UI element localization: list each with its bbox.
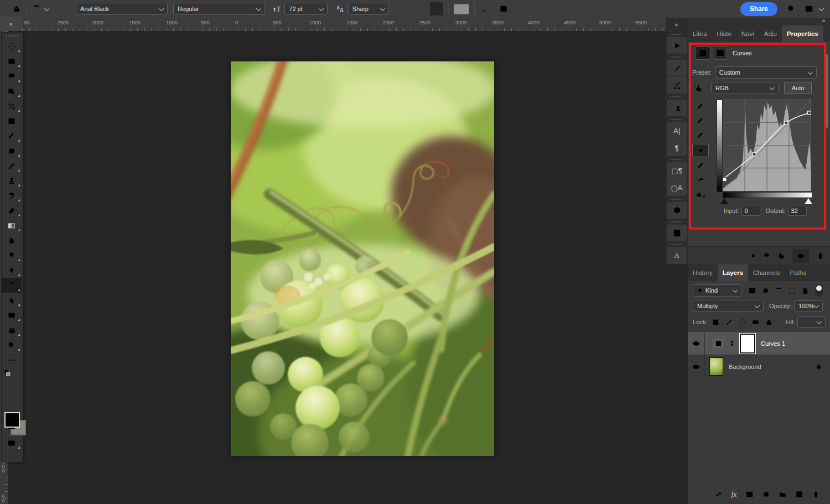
black-point-eyedropper[interactable]: [693, 101, 708, 113]
font-family-select[interactable]: Arial Black: [76, 3, 168, 15]
lock-transparency-icon[interactable]: [712, 318, 720, 326]
lock-artboard-icon[interactable]: [751, 318, 760, 326]
text-color-swatch[interactable]: [454, 4, 469, 14]
fill-field[interactable]: [797, 316, 826, 328]
dock-grip[interactable]: [670, 95, 683, 98]
tab-layers[interactable]: Layers: [718, 264, 748, 281]
horizontal-ruler[interactable]: 0025002000150010005000500100015002000250…: [22, 18, 666, 32]
toggle-visibility-button[interactable]: [792, 249, 810, 263]
auto-button[interactable]: Auto: [784, 82, 812, 94]
dock-grip[interactable]: [670, 118, 683, 121]
reset-adjustment-button[interactable]: [777, 252, 786, 260]
clone-stamp-tool[interactable]: [2, 173, 22, 188]
pen-tool[interactable]: [2, 263, 22, 278]
dock-grip[interactable]: [670, 198, 683, 201]
white-input-slider[interactable]: [805, 198, 812, 204]
delete-adjustment-button[interactable]: [816, 252, 824, 260]
layer-mask-thumbnail[interactable]: [740, 334, 755, 354]
brush-tool[interactable]: [2, 158, 22, 173]
gray-point-eyedropper[interactable]: [693, 115, 708, 127]
curves-graph[interactable]: [723, 100, 811, 191]
curve-point[interactable]: [785, 121, 788, 124]
eyedropper-tool[interactable]: [2, 128, 22, 143]
hand-tool[interactable]: [2, 323, 22, 337]
patterns-panel[interactable]: [667, 225, 687, 241]
search-icon[interactable]: [786, 4, 796, 14]
font-size-select[interactable]: 72 pt: [284, 3, 328, 15]
dock-grip[interactable]: [670, 243, 683, 246]
collapse-panels-button[interactable]: »: [822, 18, 826, 24]
object-selection-tool[interactable]: [2, 84, 22, 98]
filter-type-icon[interactable]: [775, 287, 783, 295]
expand-panels-button[interactable]: «: [666, 18, 688, 31]
default-and-swap-colors[interactable]: [2, 367, 23, 378]
align-center-button[interactable]: [417, 2, 430, 15]
canvas-workspace[interactable]: 5 0 0 05 5 0 06 0: [0, 31, 666, 504]
move-tool[interactable]: [2, 39, 22, 54]
view-previous-state-button[interactable]: [762, 252, 771, 260]
curve-point[interactable]: [753, 153, 756, 156]
histogram-warning[interactable]: [693, 188, 708, 200]
paragraph-panel[interactable]: ¶: [667, 139, 687, 156]
curve-point-selected[interactable]: [723, 178, 727, 181]
white-point-eyedropper[interactable]: [693, 129, 708, 142]
brushes-panel[interactable]: [667, 77, 687, 93]
text-orientation-button[interactable]: [59, 4, 68, 13]
clone-source-panel[interactable]: [667, 100, 687, 116]
paragraph-styles-panel[interactable]: ▢¶: [667, 162, 687, 179]
filter-adjustment-icon[interactable]: [761, 287, 770, 295]
dock-grip[interactable]: [670, 33, 683, 36]
dock-grip[interactable]: [670, 55, 683, 59]
layer-filter-select[interactable]: Kind: [693, 284, 741, 297]
targeted-adjustment-icon[interactable]: [693, 83, 703, 93]
layer-style-button[interactable]: fx: [731, 490, 736, 499]
history-brush-tool[interactable]: [2, 188, 22, 203]
screen-mode-button[interactable]: [2, 435, 22, 450]
canvas-photo[interactable]: [231, 61, 494, 456]
workspace-icon[interactable]: [804, 4, 814, 14]
home-icon[interactable]: [12, 4, 21, 13]
clip-to-layer-button[interactable]: [748, 252, 756, 260]
path-selection-tool[interactable]: [2, 293, 22, 308]
toggle-panels-button[interactable]: [499, 4, 508, 13]
font-style-select[interactable]: Regular: [173, 3, 265, 15]
anti-alias-select[interactable]: Sharp: [348, 3, 389, 15]
type-tool[interactable]: [2, 278, 22, 293]
mask-link-icon[interactable]: [728, 340, 735, 347]
glyphs-panel[interactable]: A: [667, 247, 687, 264]
tab-histo[interactable]: Histo: [712, 25, 736, 42]
lasso-tool[interactable]: [2, 69, 22, 84]
tab-properties[interactable]: Properties: [782, 25, 823, 42]
zoom-tool[interactable]: [2, 337, 22, 352]
actions-panel[interactable]: [667, 37, 687, 54]
brush-settings-panel[interactable]: [667, 60, 687, 76]
warp-text-button[interactable]: [480, 4, 489, 13]
output-value-field[interactable]: 32: [788, 206, 807, 216]
add-adjustment-button[interactable]: [762, 490, 770, 498]
layer-name[interactable]: Background: [729, 363, 761, 370]
align-left-button[interactable]: [403, 2, 417, 15]
panel-scrollbar[interactable]: [824, 54, 828, 128]
dock-grip[interactable]: [670, 158, 683, 161]
dock-grip[interactable]: [670, 220, 683, 224]
filter-smart-object-icon[interactable]: [801, 287, 810, 295]
preset-select[interactable]: Custom: [715, 66, 817, 79]
channel-select[interactable]: RGB: [711, 82, 779, 94]
tab-libra[interactable]: Libra: [688, 25, 712, 42]
chevron-down-icon[interactable]: [819, 6, 824, 11]
foreground-color-swatch[interactable]: [4, 412, 20, 428]
blur-tool[interactable]: [2, 233, 22, 248]
layer-row-curves[interactable]: Curves 1: [688, 332, 830, 355]
tab-adju[interactable]: Adju: [759, 25, 782, 42]
filter-toggle-switch[interactable]: [815, 284, 823, 297]
delete-layer-button[interactable]: [812, 490, 820, 498]
input-value-field[interactable]: 0: [741, 206, 760, 216]
layer-visibility-toggle[interactable]: [688, 355, 705, 378]
add-mask-button[interactable]: [745, 490, 754, 498]
more-tools[interactable]: [2, 352, 22, 367]
opacity-field[interactable]: 100%: [794, 300, 823, 311]
draw-curve-pencil[interactable]: [693, 159, 708, 172]
smooth-curve-button[interactable]: [693, 174, 708, 186]
layer-name[interactable]: Curves 1: [761, 340, 785, 347]
new-group-button[interactable]: [779, 490, 787, 498]
